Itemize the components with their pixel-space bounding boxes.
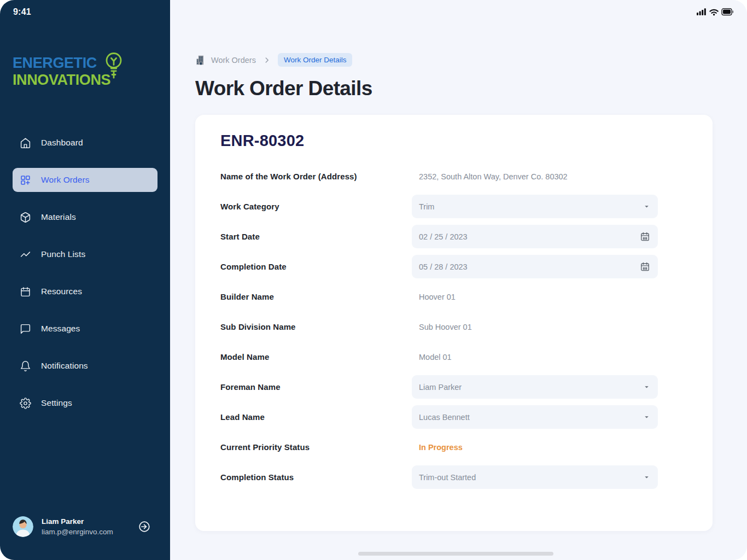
sidebar-item-messages[interactable]: Messages	[13, 317, 157, 341]
work-order-card: ENR-80302 Name of the Work Order (Addres…	[195, 115, 713, 531]
field-row-start-date: Start Date 02 / 25 / 2023	[220, 221, 658, 252]
field-row-foreman: Foreman Name Liam Parker	[220, 372, 658, 402]
sidebar-item-label: Work Orders	[41, 175, 90, 185]
horizontal-scrollbar[interactable]	[358, 552, 553, 556]
field-label: Name of the Work Order (Address)	[220, 172, 412, 181]
sidebar-item-materials[interactable]: Materials	[13, 205, 157, 229]
sidebar: 9:41 ENERGETIC INNOVATIONS Dashboard W	[0, 0, 170, 560]
user-meta: Liam Parker liam.p@enrginvo.com	[42, 517, 113, 536]
chevron-down-icon	[643, 413, 650, 421]
field-label: Current Priority Status	[220, 442, 412, 452]
page-title: Work Order Details	[195, 77, 713, 100]
status-bar-icons	[697, 8, 734, 19]
field-label: Sub Division Name	[220, 322, 412, 331]
field-label: Completion Status	[220, 472, 412, 482]
breadcrumb: Work Orders Work Order Details	[195, 53, 713, 67]
work-category-select[interactable]: Trim	[412, 195, 658, 218]
sidebar-item-label: Messages	[41, 324, 80, 334]
sidebar-item-label: Punch Lists	[41, 249, 85, 259]
field-label: Foreman Name	[220, 382, 412, 392]
sidebar-item-resources[interactable]: Resources	[13, 279, 157, 304]
field-row-priority-status: Current Priority Status In Progress	[220, 432, 658, 462]
user-name: Liam Parker	[42, 517, 113, 526]
avatar	[13, 516, 33, 537]
app-window: 9:41 ENERGETIC INNOVATIONS Dashboard W	[0, 0, 747, 560]
field-row-model-name: Model Name Model 01	[220, 342, 658, 372]
chevron-down-icon	[643, 383, 650, 390]
completion-date-input[interactable]: 05 / 28 / 2023	[412, 255, 658, 278]
foreman-select[interactable]: Liam Parker	[412, 375, 658, 399]
field-row-lead: Lead Name Lucas Bennett	[220, 402, 658, 432]
sidebar-nav: Dashboard Work Orders Materials Punch Li…	[0, 131, 170, 428]
field-label: Start Date	[220, 232, 412, 241]
field-row-address: Name of the Work Order (Address) 2352, S…	[220, 161, 658, 191]
field-value-address: 2352, South Alton Way, Denver Co. 80302	[419, 172, 658, 181]
field-label: Work Category	[220, 202, 412, 211]
logo-text-line1: ENERGETIC	[13, 55, 110, 72]
select-value: Liam Parker	[419, 383, 462, 392]
work-order-id: ENR-80302	[220, 131, 658, 150]
signal-wifi-battery-icons	[697, 8, 734, 16]
package-icon	[20, 212, 31, 223]
field-row-work-category: Work Category Trim	[220, 191, 658, 221]
trending-line-icon	[20, 249, 31, 260]
calendar-icon	[20, 286, 31, 298]
chat-icon	[20, 323, 31, 335]
field-row-sub-division: Sub Division Name Sub Hoover 01	[220, 312, 658, 342]
grid-plus-icon	[20, 174, 31, 186]
sidebar-item-label: Dashboard	[41, 138, 83, 148]
chevron-down-icon	[643, 203, 650, 210]
select-value: Trim	[419, 202, 434, 211]
field-value-sub-division: Sub Hoover 01	[419, 323, 658, 331]
sidebar-item-dashboard[interactable]: Dashboard	[13, 131, 157, 155]
field-label: Builder Name	[220, 292, 412, 301]
lightbulb-icon	[103, 51, 126, 88]
gear-icon	[20, 398, 31, 409]
calendar-icon[interactable]	[640, 261, 650, 272]
date-value: 02 / 25 / 2023	[419, 232, 468, 241]
field-value-model: Model 01	[419, 353, 658, 361]
completion-status-select[interactable]: Trim-out Started	[412, 465, 658, 489]
logo-text-line2: INNOVATIONS	[13, 72, 110, 89]
building-icon	[195, 55, 206, 66]
field-row-completion-date: Completion Date 05 / 28 / 2023	[220, 252, 658, 282]
field-label: Model Name	[220, 352, 412, 361]
user-email: liam.p@enrginvo.com	[42, 528, 113, 536]
start-date-input[interactable]: 02 / 25 / 2023	[412, 225, 658, 248]
select-value: Lucas Bennett	[419, 413, 470, 422]
bell-icon	[20, 360, 31, 372]
field-label: Completion Date	[220, 262, 412, 271]
sidebar-item-settings[interactable]: Settings	[13, 391, 157, 415]
main-content: Work Orders Work Order Details Work Orde…	[170, 0, 747, 560]
field-value-builder: Hoover 01	[419, 293, 658, 301]
breadcrumb-current: Work Order Details	[278, 53, 353, 67]
calendar-icon[interactable]	[640, 231, 650, 242]
select-value: Trim-out Started	[419, 473, 476, 482]
user-profile: Liam Parker liam.p@enrginvo.com	[13, 516, 157, 537]
status-bar-time: 9:41	[13, 7, 31, 17]
breadcrumb-work-orders[interactable]: Work Orders	[211, 56, 256, 65]
sidebar-item-label: Notifications	[41, 361, 88, 371]
date-value: 05 / 28 / 2023	[419, 262, 468, 271]
sidebar-item-punch-lists[interactable]: Punch Lists	[13, 242, 157, 266]
logout-button[interactable]	[138, 520, 151, 533]
lead-select[interactable]: Lucas Bennett	[412, 405, 658, 429]
sidebar-item-label: Resources	[41, 287, 82, 296]
home-icon	[20, 137, 31, 149]
field-row-completion-status: Completion Status Trim-out Started	[220, 462, 658, 492]
sidebar-item-notifications[interactable]: Notifications	[13, 354, 157, 378]
sidebar-item-label: Materials	[41, 212, 76, 222]
chevron-right-icon	[263, 56, 271, 64]
sidebar-item-work-orders[interactable]: Work Orders	[13, 168, 157, 192]
field-row-builder-name: Builder Name Hoover 01	[220, 282, 658, 312]
company-logo: ENERGETIC INNOVATIONS	[13, 55, 110, 89]
sidebar-item-label: Settings	[41, 398, 72, 408]
field-label: Lead Name	[220, 412, 412, 422]
priority-status-badge: In Progress	[419, 443, 658, 452]
chevron-down-icon	[643, 474, 650, 481]
